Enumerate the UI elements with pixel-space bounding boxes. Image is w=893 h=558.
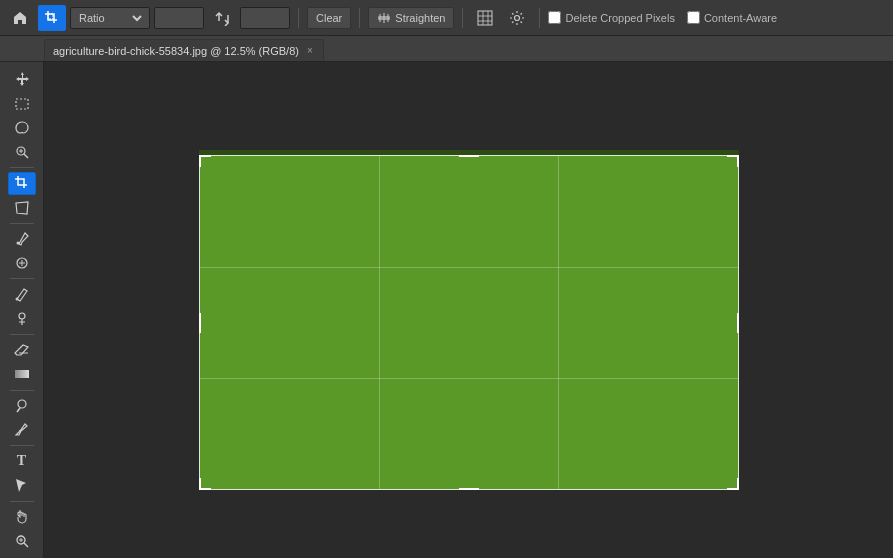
clone-stamp-tool[interactable] xyxy=(8,308,36,330)
third-line-h2 xyxy=(200,378,738,379)
separator-4 xyxy=(539,8,540,28)
crop-tool-button[interactable] xyxy=(38,5,66,31)
tool-sep-6 xyxy=(10,445,34,446)
crop-wrapper[interactable] xyxy=(199,150,739,490)
crop-handle-mid-right[interactable] xyxy=(731,313,739,333)
tool-sep-5 xyxy=(10,390,34,391)
separator-1 xyxy=(298,8,299,28)
healing-brush-tool[interactable] xyxy=(8,252,36,274)
crop-handle-top-mid[interactable] xyxy=(459,155,479,163)
crop-handle-bottom-mid[interactable] xyxy=(459,482,479,490)
quick-select-tool[interactable] xyxy=(8,141,36,163)
canvas-area[interactable] xyxy=(44,62,893,558)
crop-width-input[interactable] xyxy=(154,7,204,29)
overlay-grid-button[interactable] xyxy=(471,5,499,31)
third-line-v1 xyxy=(379,156,380,489)
delete-cropped-label: Delete Cropped Pixels xyxy=(565,12,674,24)
image-container[interactable] xyxy=(199,150,739,490)
third-line-h1 xyxy=(200,267,738,268)
crop-height-input[interactable] xyxy=(240,7,290,29)
svg-rect-18 xyxy=(15,370,29,378)
content-aware-label: Content-Aware xyxy=(704,12,777,24)
crop-handle-top-left[interactable] xyxy=(199,155,211,167)
toolbox: T xyxy=(0,62,44,558)
zoom-tool[interactable] xyxy=(8,530,36,552)
crop-handle-mid-left[interactable] xyxy=(199,313,207,333)
tab-close-button[interactable]: × xyxy=(305,45,315,56)
crop-handle-bottom-left[interactable] xyxy=(199,478,211,490)
pen-tool[interactable] xyxy=(8,419,36,441)
tool-sep-2 xyxy=(10,223,34,224)
crop-settings-button[interactable] xyxy=(503,5,531,31)
ratio-select[interactable]: Ratio Original Ratio 1:1 (Square) 4:5 (8… xyxy=(75,11,145,25)
gradient-tool[interactable] xyxy=(8,363,36,385)
document-tab[interactable]: agriculture-bird-chick-55834.jpg @ 12.5%… xyxy=(44,39,324,61)
delete-cropped-group[interactable]: Delete Cropped Pixels xyxy=(548,11,674,24)
tool-sep-1 xyxy=(10,167,34,168)
hand-tool[interactable] xyxy=(8,505,36,527)
perspective-crop-tool[interactable] xyxy=(8,197,36,219)
eraser-tool[interactable] xyxy=(8,339,36,361)
type-tool[interactable]: T xyxy=(8,450,36,472)
tool-sep-3 xyxy=(10,278,34,279)
svg-rect-11 xyxy=(16,99,28,109)
type-icon: T xyxy=(17,453,26,469)
brush-tool[interactable] xyxy=(8,283,36,305)
svg-point-10 xyxy=(515,15,520,20)
svg-line-22 xyxy=(24,543,28,547)
svg-point-15 xyxy=(15,298,18,301)
tab-filename: agriculture-bird-chick-55834.jpg @ 12.5%… xyxy=(53,45,299,57)
tool-sep-4 xyxy=(10,334,34,335)
marquee-rect-tool[interactable] xyxy=(8,92,36,114)
home-button[interactable] xyxy=(6,5,34,31)
eyedropper-tool[interactable] xyxy=(8,228,36,250)
lasso-tool[interactable] xyxy=(8,117,36,139)
clear-button[interactable]: Clear xyxy=(307,7,351,29)
dodge-tool[interactable] xyxy=(8,394,36,416)
ratio-dropdown[interactable]: Ratio Original Ratio 1:1 (Square) 4:5 (8… xyxy=(70,7,150,29)
svg-point-19 xyxy=(18,400,26,408)
crop-handle-bottom-right[interactable] xyxy=(727,478,739,490)
svg-rect-5 xyxy=(478,11,492,25)
separator-2 xyxy=(359,8,360,28)
tool-sep-7 xyxy=(10,501,34,502)
tab-bar: agriculture-bird-chick-55834.jpg @ 12.5%… xyxy=(0,36,893,62)
main-toolbar: Ratio Original Ratio 1:1 (Square) 4:5 (8… xyxy=(0,0,893,36)
delete-cropped-checkbox[interactable] xyxy=(548,11,561,24)
content-aware-group[interactable]: Content-Aware xyxy=(687,11,777,24)
crop-selection-box[interactable] xyxy=(199,155,739,490)
crop-handle-top-right[interactable] xyxy=(727,155,739,167)
separator-3 xyxy=(462,8,463,28)
move-tool[interactable] xyxy=(8,68,36,90)
svg-point-20 xyxy=(19,430,21,432)
straighten-label: Straighten xyxy=(395,12,445,24)
main-area: T xyxy=(0,62,893,558)
svg-point-13 xyxy=(16,241,19,244)
swap-dimensions-button[interactable] xyxy=(208,5,236,31)
svg-point-16 xyxy=(19,313,25,319)
content-aware-checkbox[interactable] xyxy=(687,11,700,24)
third-line-v2 xyxy=(558,156,559,489)
straighten-button[interactable]: Straighten xyxy=(368,7,454,29)
crop-tool[interactable] xyxy=(8,172,36,194)
path-select-tool[interactable] xyxy=(8,474,36,496)
